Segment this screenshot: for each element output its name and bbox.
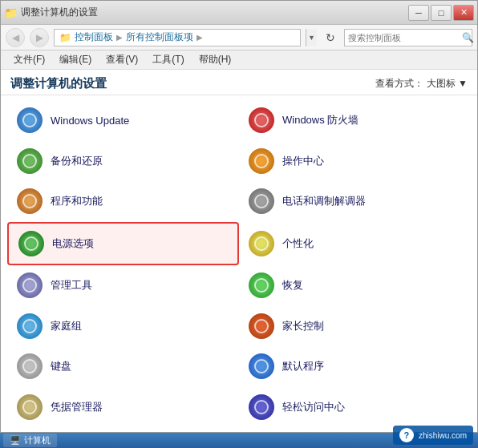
action-center-label: 操作中心 [282,154,324,168]
backup-restore-icon [15,147,44,176]
taskbar-item-label: 计算机 [24,434,51,446]
view-selector[interactable]: 查看方式： 大图标 ▼ [375,77,468,91]
content-header: 调整计算机的设置 查看方式： 大图标 ▼ [1,70,477,95]
main-window: 📁 调整计算机的设置 ─ □ ✕ ◀ ▶ 📁 控制面板 ▶ 所有控制面板项 ▶ … [0,0,478,433]
backup-restore-label: 备份和还原 [51,154,103,168]
folder-icon: 📁 [4,6,18,19]
parental-controls-icon [247,312,276,341]
windows-firewall-icon [247,106,276,135]
parental-controls-label: 家长控制 [282,319,324,333]
view-value[interactable]: 大图标 ▼ [427,77,468,91]
grid-item-windows-update[interactable]: Windows Update [7,100,239,141]
power-options-label: 电源选项 [52,236,94,251]
refresh-button[interactable]: ↻ [322,29,339,46]
recovery-icon [247,271,276,300]
grid-item-homegroup[interactable]: 家庭组 [7,306,239,347]
watermark: ? zhishiwu.com [393,426,473,445]
keyboard-label: 键盘 [51,359,71,373]
homegroup-label: 家庭组 [51,319,82,333]
minimize-button[interactable]: ─ [408,5,429,21]
menu-file[interactable]: 文件(F) [7,51,51,68]
path-dropdown[interactable]: ▼ [306,29,317,46]
taskbar-item-icon: 🖥️ [10,435,21,446]
keyboard-icon [15,352,44,381]
address-path[interactable]: 📁 控制面板 ▶ 所有控制面板项 ▶ [54,29,301,46]
titlebar: 📁 调整计算机的设置 ─ □ ✕ [1,1,477,25]
titlebar-left: 📁 调整计算机的设置 [4,6,98,19]
menu-tools[interactable]: 工具(T) [146,51,190,68]
path-sep-2: ▶ [196,33,203,42]
items-grid: Windows UpdateWindows 防火墙备份和还原操作中心程序和功能电… [1,95,477,432]
back-button[interactable]: ◀ [6,28,25,47]
grid-item-credentials[interactable]: 凭据管理器 [7,387,239,428]
grid-item-backup-restore[interactable]: 备份和还原 [7,141,239,182]
homegroup-icon [15,312,44,341]
phone-modem-label: 电话和调制解调器 [282,194,366,208]
grid-item-ease-access[interactable]: 轻松访问中心 [239,387,471,428]
titlebar-controls: ─ □ ✕ [408,5,474,21]
watermark-icon: ? [399,428,414,442]
grid-item-action-center[interactable]: 操作中心 [239,141,471,182]
windows-update-label: Windows Update [51,115,129,127]
credentials-label: 凭据管理器 [51,400,103,414]
search-box: 🔍 [344,29,472,46]
path-all-items[interactable]: 所有控制面板项 [126,30,193,44]
page-title: 调整计算机的设置 [10,76,107,91]
view-label: 查看方式： [375,77,423,91]
grid-item-manage-tools[interactable]: 管理工具 [7,265,239,306]
manage-tools-icon [15,271,44,300]
programs-features-icon [15,187,44,216]
ease-access-label: 轻松访问中心 [282,400,345,414]
watermark-site: zhishiwu.com [419,431,467,440]
path-folder-icon: 📁 [59,32,71,43]
personalization-label: 个性化 [282,236,314,251]
windows-firewall-label: Windows 防火墙 [282,113,358,127]
content-area: 调整计算机的设置 查看方式： 大图标 ▼ Windows UpdateWindo… [1,70,477,432]
grid-item-windows-firewall[interactable]: Windows 防火墙 [239,100,471,141]
menu-help[interactable]: 帮助(H) [192,51,238,68]
addressbar: ◀ ▶ 📁 控制面板 ▶ 所有控制面板项 ▶ ▼ ↻ 🔍 [1,25,477,50]
grid-item-programs-features[interactable]: 程序和功能 [7,181,239,222]
credentials-icon [15,393,44,422]
phone-modem-icon [247,187,276,216]
path-control-panel[interactable]: 控制面板 [75,30,113,44]
personalization-icon [247,229,276,258]
menu-view[interactable]: 查看(V) [99,51,144,68]
grid-item-default-programs[interactable]: 默认程序 [239,346,471,387]
manage-tools-label: 管理工具 [51,278,92,293]
power-options-icon [17,229,46,258]
grid-item-parental-controls[interactable]: 家长控制 [239,306,471,347]
path-sep-1: ▶ [116,33,123,42]
grid-item-recovery[interactable]: 恢复 [239,265,471,306]
maximize-button[interactable]: □ [431,5,452,21]
menu-edit[interactable]: 编辑(E) [53,51,98,68]
grid-item-power-options[interactable]: 电源选项 [7,222,239,266]
recovery-label: 恢复 [282,278,303,293]
windows-update-icon [15,106,44,135]
close-button[interactable]: ✕ [453,5,474,21]
taskbar-computer[interactable]: 🖥️ 计算机 [3,434,57,447]
ease-access-icon [247,393,276,422]
grid-item-personalization[interactable]: 个性化 [239,222,471,266]
action-center-icon [247,147,276,176]
window-title: 调整计算机的设置 [21,6,98,19]
programs-features-label: 程序和功能 [51,194,103,208]
forward-button[interactable]: ▶ [30,28,49,47]
default-programs-label: 默认程序 [282,359,324,373]
default-programs-icon [247,352,276,381]
search-input[interactable] [348,33,459,42]
grid-item-keyboard[interactable]: 键盘 [7,346,239,387]
search-icon[interactable]: 🔍 [462,32,474,43]
menubar: 文件(F) 编辑(E) 查看(V) 工具(T) 帮助(H) [1,50,477,70]
grid-item-phone-modem[interactable]: 电话和调制解调器 [239,181,471,222]
